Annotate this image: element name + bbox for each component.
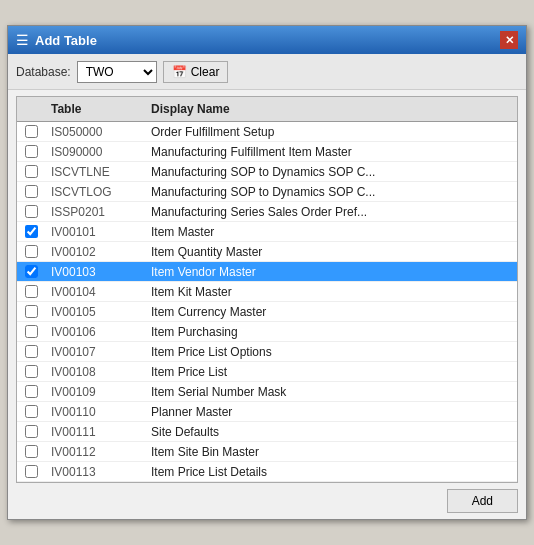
checkbox-cell[interactable] [17,444,45,459]
row-code: ISCVTLOG [45,183,145,201]
checkbox-cell[interactable] [17,384,45,399]
row-code: IV00104 [45,283,145,301]
row-display-name: Item Vendor Master [145,263,517,281]
row-checkbox[interactable] [25,125,38,138]
checkbox-cell[interactable] [17,244,45,259]
row-checkbox[interactable] [25,325,38,338]
table-container: Table Display Name IS050000Order Fulfill… [16,96,518,483]
row-checkbox[interactable] [25,165,38,178]
row-checkbox[interactable] [25,445,38,458]
row-checkbox[interactable] [25,205,38,218]
row-checkbox[interactable] [25,145,38,158]
row-code: IV00106 [45,323,145,341]
row-display-name: Item Price List [145,363,517,381]
add-table-window: ☰ Add Table ✕ Database: TWO ONE THREE 📅 … [7,25,527,520]
title-bar-left: ☰ Add Table [16,32,97,48]
row-code: IV00112 [45,443,145,461]
row-display-name: Planner Master [145,403,517,421]
row-display-name: Item Price List Options [145,343,517,361]
table-header: Table Display Name [17,97,517,122]
table-row[interactable]: IV00102Item Quantity Master [17,242,517,262]
checkbox-cell[interactable] [17,124,45,139]
checkbox-cell[interactable] [17,304,45,319]
row-code: IS090000 [45,143,145,161]
row-code: IV00103 [45,263,145,281]
checkbox-cell[interactable] [17,364,45,379]
row-checkbox[interactable] [25,225,38,238]
menu-icon: ☰ [16,32,29,48]
row-checkbox[interactable] [25,245,38,258]
checkbox-cell[interactable] [17,204,45,219]
table-body: IS050000Order Fulfillment SetupIS090000M… [17,122,517,482]
row-code: IS050000 [45,123,145,141]
table-row[interactable]: IV00108Item Price List [17,362,517,382]
table-row[interactable]: IV00106Item Purchasing [17,322,517,342]
window-title: Add Table [35,33,97,48]
checkbox-cell[interactable] [17,344,45,359]
row-code: IV00113 [45,463,145,481]
header-display-name: Display Name [145,100,517,118]
row-code: ISCVTLNE [45,163,145,181]
row-checkbox[interactable] [25,465,38,478]
table-row[interactable]: IV00109Item Serial Number Mask [17,382,517,402]
row-display-name: Manufacturing SOP to Dynamics SOP C... [145,163,517,181]
checkbox-cell[interactable] [17,404,45,419]
row-code: IV00111 [45,423,145,441]
row-code: IV00102 [45,243,145,261]
table-row[interactable]: IV00107Item Price List Options [17,342,517,362]
row-display-name: Item Currency Master [145,303,517,321]
checkbox-cell[interactable] [17,284,45,299]
clear-button[interactable]: 📅 Clear [163,61,229,83]
row-display-name: Item Quantity Master [145,243,517,261]
checkbox-cell[interactable] [17,224,45,239]
add-button[interactable]: Add [447,489,518,513]
table-row[interactable]: ISCVTLOGManufacturing SOP to Dynamics SO… [17,182,517,202]
header-checkbox [17,100,45,118]
checkbox-cell[interactable] [17,324,45,339]
checkbox-cell[interactable] [17,464,45,479]
table-row[interactable]: IV00103Item Vendor Master [17,262,517,282]
checkbox-cell[interactable] [17,184,45,199]
header-table: Table [45,100,145,118]
database-label: Database: [16,65,71,79]
row-checkbox[interactable] [25,425,38,438]
checkbox-cell[interactable] [17,144,45,159]
row-display-name: Item Site Bin Master [145,443,517,461]
row-display-name: Item Kit Master [145,283,517,301]
row-checkbox[interactable] [25,265,38,278]
table-row[interactable]: IV00112Item Site Bin Master [17,442,517,462]
row-checkbox[interactable] [25,285,38,298]
row-checkbox[interactable] [25,385,38,398]
checkbox-cell[interactable] [17,164,45,179]
row-display-name: Item Master [145,223,517,241]
row-display-name: Manufacturing SOP to Dynamics SOP C... [145,183,517,201]
row-checkbox[interactable] [25,405,38,418]
database-dropdown[interactable]: TWO ONE THREE [77,61,157,83]
row-code: ISSP0201 [45,203,145,221]
close-button[interactable]: ✕ [500,31,518,49]
table-row[interactable]: IV00104Item Kit Master [17,282,517,302]
table-row[interactable]: ISSP0201Manufacturing Series Sales Order… [17,202,517,222]
checkbox-cell[interactable] [17,264,45,279]
footer: Add [8,483,526,519]
table-row[interactable]: IV00113Item Price List Details [17,462,517,482]
table-row[interactable]: IS050000Order Fulfillment Setup [17,122,517,142]
row-checkbox[interactable] [25,365,38,378]
row-checkbox[interactable] [25,345,38,358]
table-row[interactable]: IS090000Manufacturing Fulfillment Item M… [17,142,517,162]
checkbox-cell[interactable] [17,424,45,439]
row-display-name: Site Defaults [145,423,517,441]
table-row[interactable]: IV00110Planner Master [17,402,517,422]
row-display-name: Manufacturing Fulfillment Item Master [145,143,517,161]
row-display-name: Order Fulfillment Setup [145,123,517,141]
row-display-name: Item Serial Number Mask [145,383,517,401]
table-row[interactable]: IV00101Item Master [17,222,517,242]
row-checkbox[interactable] [25,185,38,198]
table-row[interactable]: IV00111Site Defaults [17,422,517,442]
row-code: IV00110 [45,403,145,421]
row-checkbox[interactable] [25,305,38,318]
table-row[interactable]: IV00105Item Currency Master [17,302,517,322]
title-bar: ☰ Add Table ✕ [8,26,526,54]
table-row[interactable]: ISCVTLNEManufacturing SOP to Dynamics SO… [17,162,517,182]
row-code: IV00108 [45,363,145,381]
